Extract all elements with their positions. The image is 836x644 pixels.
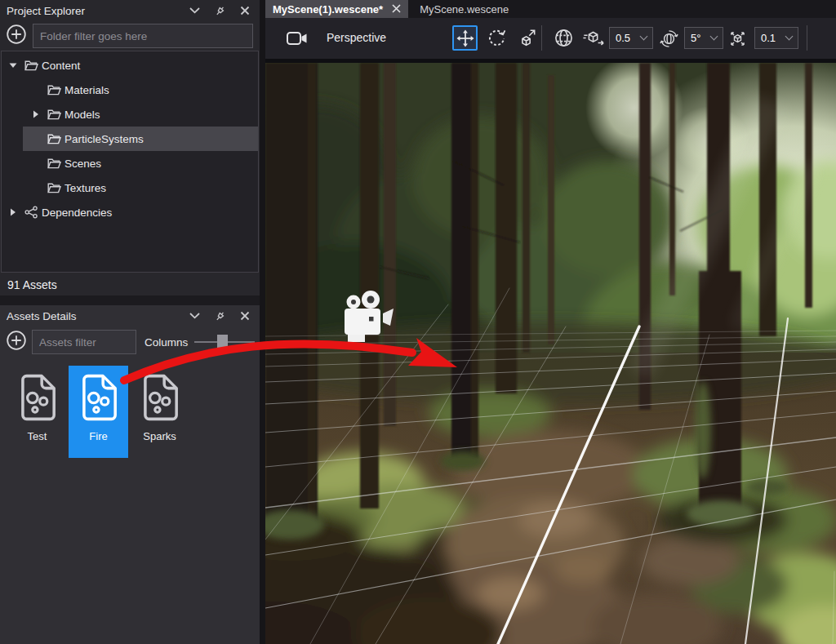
snap-translate-value: 0.5 (616, 32, 630, 44)
tab-myscene[interactable]: MyScene.wescene (408, 0, 520, 18)
viewport-toolbar: Perspective 0.5 (265, 18, 836, 59)
folder-filter-row (0, 21, 260, 52)
tab-label: MyScene.wescene (420, 3, 509, 16)
snap-rotate-dropdown[interactable]: 5° (684, 27, 723, 49)
asset-label: Test (28, 430, 47, 442)
scene-editor: MyScene(1).wescene* MyScene.wescene Pers… (265, 0, 836, 644)
add-folder-button[interactable] (6, 24, 27, 48)
close-panel-icon[interactable] (240, 6, 250, 16)
toolbar-separator (807, 25, 807, 51)
pin-icon[interactable] (214, 5, 226, 17)
toolbar-separator (541, 25, 542, 51)
snap-scale-icon[interactable] (727, 29, 748, 52)
add-asset-button[interactable] (6, 330, 27, 354)
tree-item-label: Scenes (64, 158, 101, 170)
snap-scale-value: 0.1 (761, 32, 776, 44)
translate-icon (456, 29, 474, 47)
globe-icon (554, 28, 574, 48)
folder-open-icon (43, 158, 64, 169)
tree-item-particlesystems[interactable]: ParticleSystems (23, 127, 258, 151)
tree-item-label: Materials (64, 84, 109, 96)
camera-mode-icon[interactable] (287, 31, 308, 49)
assets-filter-row: Columns (0, 326, 260, 354)
forest-scene-image (265, 63, 836, 644)
collapse-panel-icon[interactable] (189, 7, 200, 14)
rotate-tool-button[interactable] (484, 25, 509, 51)
asset-label: Fire (89, 430, 107, 442)
tree-item-label: ParticleSystems (64, 133, 144, 145)
columns-slider[interactable] (194, 334, 255, 350)
folder-filter-input[interactable] (33, 24, 253, 48)
particle-asset-icon (79, 373, 118, 425)
assets-details-header: Assets Details (0, 305, 260, 326)
tree-item-textures[interactable]: Textures (2, 175, 258, 200)
camera-mode-label[interactable]: Perspective (327, 31, 386, 44)
tab-myscene1[interactable]: MyScene(1).wescene* (265, 0, 408, 18)
asset-tile-test[interactable]: Test (7, 366, 67, 458)
columns-label: Columns (145, 336, 188, 349)
project-explorer-header: Project Explorer (0, 0, 260, 21)
chevron-down-icon (785, 33, 794, 41)
assets-details-title: Assets Details (7, 310, 189, 322)
chevron-down-icon (640, 33, 648, 41)
assets-filter-input[interactable] (32, 330, 136, 354)
tab-close-icon[interactable] (392, 3, 401, 16)
folder-open-icon (43, 109, 64, 120)
assets-details-panel: Assets Details Columns (0, 305, 260, 644)
scale-icon (517, 29, 536, 48)
panel-splitter[interactable] (260, 0, 265, 644)
folder-open-icon (43, 84, 64, 95)
particle-asset-icon (18, 373, 57, 425)
rotate-icon (487, 29, 506, 47)
chevron-expanded-icon[interactable] (6, 62, 20, 69)
asset-label: Sparks (143, 430, 176, 442)
snap-rotate-icon[interactable] (659, 29, 679, 52)
close-panel-icon[interactable] (240, 311, 250, 321)
asset-count-label: 91 Assets (7, 278, 57, 291)
asset-tile-fire[interactable]: Fire (69, 366, 128, 458)
panel-divider (0, 295, 260, 305)
tree-item-dependencies[interactable]: Dependencies (2, 200, 258, 224)
project-explorer-panel: Project Explorer Content Materials (0, 0, 260, 644)
tree-item-label: Dependencies (42, 207, 112, 219)
viewport-3d-scene[interactable] (265, 63, 836, 644)
asset-count-status: 91 Assets (0, 274, 260, 295)
tree-item-models[interactable]: Models (2, 102, 258, 127)
tree-item-label: Textures (64, 182, 106, 194)
chevron-collapsed-icon[interactable] (29, 110, 43, 118)
folder-open-icon (20, 60, 42, 71)
tree-item-scenes[interactable]: Scenes (2, 151, 258, 175)
folder-open-icon (43, 182, 64, 193)
collapse-panel-icon[interactable] (189, 313, 200, 319)
chevron-down-icon (710, 33, 718, 41)
chevron-collapsed-icon[interactable] (6, 208, 20, 216)
particle-asset-icon (140, 373, 180, 425)
snap-translate-dropdown[interactable]: 0.5 (609, 27, 653, 49)
tree-item-label: Content (42, 60, 80, 72)
asset-tile-sparks[interactable]: Sparks (130, 366, 189, 458)
slider-handle[interactable] (217, 335, 228, 349)
document-tabbar: MyScene(1).wescene* MyScene.wescene (265, 0, 836, 18)
folder-tree: Content Materials Models ParticleSystems (1, 51, 259, 273)
pin-icon[interactable] (214, 310, 226, 322)
folder-open-icon (43, 133, 64, 144)
snap-translate-icon[interactable] (582, 29, 605, 51)
dependencies-icon (20, 206, 42, 219)
tab-label: MyScene(1).wescene* (273, 3, 383, 16)
translate-tool-button[interactable] (452, 25, 478, 51)
tree-item-materials[interactable]: Materials (2, 78, 258, 102)
snap-scale-dropdown[interactable]: 0.1 (754, 27, 798, 49)
editor-window: Project Explorer Content Materials (0, 0, 836, 644)
tree-item-content[interactable]: Content (2, 53, 258, 78)
scale-tool-button[interactable] (514, 25, 539, 51)
coordinate-space-button[interactable] (551, 25, 576, 51)
tree-item-label: Models (64, 109, 100, 121)
snap-rotate-value: 5° (691, 32, 700, 44)
project-explorer-title: Project Explorer (7, 5, 189, 17)
